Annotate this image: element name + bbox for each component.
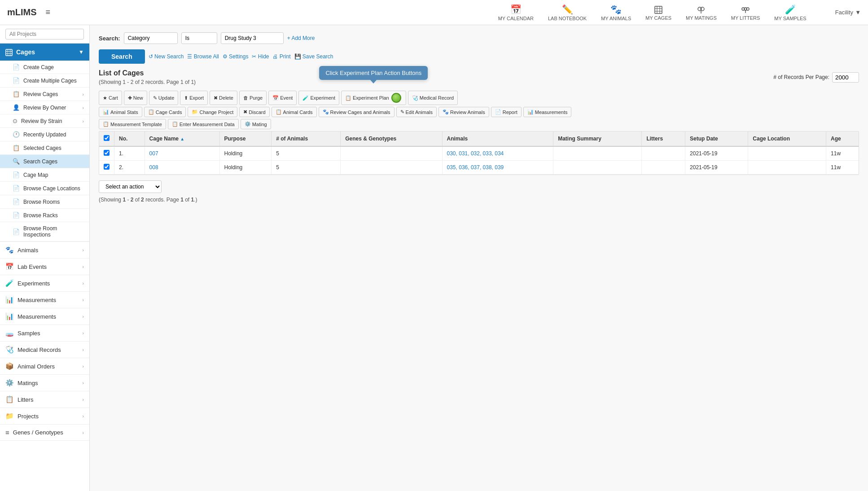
- cage-cards-icon: 📋: [148, 109, 154, 115]
- facility-button[interactable]: Facility ▼: [835, 9, 861, 16]
- action-btn-export[interactable]: ⬆ Export: [180, 91, 208, 105]
- action-btn-new[interactable]: ✚ New: [124, 91, 147, 105]
- menu-icon[interactable]: ≡: [46, 8, 51, 17]
- experiment-plan-icon: 📋: [345, 95, 351, 101]
- list-title: List of Cages: [99, 69, 196, 77]
- sidebar-item-review-by-owner[interactable]: 👤 Review By Owner ›: [0, 101, 89, 114]
- settings-button[interactable]: ⚙ Settings: [223, 53, 249, 60]
- sidebar-category-lab-events[interactable]: 📅 Lab Events ›: [0, 259, 89, 275]
- nav-my-animals[interactable]: 🐾 MY ANIMALS: [601, 4, 631, 21]
- sidebar-item-browse-room-inspections[interactable]: 📄 Browse Room Inspections: [0, 222, 89, 241]
- col-setup-date: Setup Date: [685, 132, 748, 146]
- review-cages-arrow: ›: [82, 92, 84, 97]
- nav-my-cages[interactable]: MY CAGES: [645, 4, 671, 21]
- measurements1-cat-icon: 📊: [5, 296, 14, 304]
- sidebar-item-recently-updated[interactable]: 🕐 Recently Updated: [0, 128, 89, 141]
- search-button[interactable]: Search: [99, 49, 145, 64]
- sidebar-category-litters[interactable]: 📋 Litters ›: [0, 391, 89, 408]
- search-label: Search:: [99, 35, 120, 42]
- action-btn-discard[interactable]: ✖ Discard: [239, 107, 269, 117]
- print-button[interactable]: 🖨 Print: [272, 53, 290, 60]
- sidebar-item-browse-racks[interactable]: 📄 Browse Racks: [0, 209, 89, 222]
- action-btn-purge[interactable]: 🗑 Purge: [239, 91, 267, 105]
- action-btn-experiment-plan[interactable]: 📋 Experiment Plan: [341, 91, 406, 105]
- cage-map-icon: 📄: [13, 171, 20, 178]
- sidebar-category-medical-records[interactable]: 🩺 Medical Records ›: [0, 342, 89, 358]
- search-field-is[interactable]: [181, 32, 217, 44]
- matings-icon: [697, 4, 706, 14]
- sidebar-item-browse-rooms[interactable]: 📄 Browse Rooms: [0, 195, 89, 209]
- nav-my-samples[interactable]: 🧪 MY SAMPLES: [774, 4, 806, 21]
- sidebar-item-create-cage[interactable]: 📄 Create Cage: [0, 61, 89, 74]
- row2-cage-name: 008: [145, 161, 219, 175]
- action-btn-cage-cards[interactable]: 📋 Cage Cards: [144, 107, 186, 117]
- row2-animals-link[interactable]: 035, 036, 037, 038, 039: [447, 164, 504, 171]
- event-icon: 📅: [272, 95, 279, 101]
- action-btn-report[interactable]: 📄 Report: [491, 107, 522, 117]
- nav-calendar[interactable]: 📅 MY CALENDAR: [498, 4, 534, 21]
- row1-age: 11w: [826, 146, 859, 161]
- sidebar-category-genes-genotypes[interactable]: ≡ Genes / Genotypes ›: [0, 425, 89, 441]
- action-btn-change-project[interactable]: 📁 Change Project: [188, 107, 237, 117]
- search-field-value[interactable]: [221, 32, 284, 44]
- sidebar-cages-header[interactable]: Cages ▼: [0, 44, 89, 61]
- sidebar-category-measurements1[interactable]: 📊 Measurements ›: [0, 292, 89, 308]
- action-btn-edit-animals[interactable]: ✎ Edit Animals: [396, 107, 437, 117]
- row2-cage-name-link[interactable]: 008: [149, 164, 158, 171]
- cages-table: No. Cage Name ▲ Purpose # of Animals Gen…: [99, 132, 859, 175]
- add-more-button[interactable]: + Add More: [287, 35, 315, 41]
- sidebar-category-samples[interactable]: 🧫 Samples ›: [0, 325, 89, 342]
- row1-cage-name-link[interactable]: 007: [149, 150, 158, 157]
- action-btn-review-animals[interactable]: 🐾 Review Animals: [438, 107, 489, 117]
- sidebar-item-search-cages[interactable]: 🔍 Search Cages: [0, 155, 89, 168]
- sidebar-item-create-multiple-cages[interactable]: 📄 Create Multiple Cages: [0, 74, 89, 88]
- sidebar-item-cage-map[interactable]: 📄 Cage Map: [0, 168, 89, 182]
- row1-num-animals: 5: [272, 146, 341, 161]
- sidebar-category-animal-orders[interactable]: 📦 Animal Orders ›: [0, 358, 89, 375]
- new-search-button[interactable]: ↺ New Search: [149, 53, 184, 60]
- sidebar-item-review-by-strain[interactable]: ⊙ Review By Strain ›: [0, 114, 89, 128]
- sidebar-category-projects[interactable]: 📁 Projects ›: [0, 408, 89, 425]
- row1-checkbox[interactable]: [104, 150, 110, 156]
- project-input[interactable]: [5, 29, 84, 39]
- browse-locations-icon: 📄: [13, 185, 20, 192]
- action-btn-event[interactable]: 📅 Event: [268, 91, 297, 105]
- action-btn-cart[interactable]: ★ Cart: [99, 91, 122, 105]
- col-cage-name[interactable]: Cage Name ▲: [145, 132, 219, 146]
- svg-rect-12: [6, 49, 12, 56]
- hide-button[interactable]: ✂ Hide: [252, 53, 269, 60]
- action-btn-animal-stats[interactable]: 📊 Animal Stats: [99, 107, 142, 117]
- sidebar-category-matings[interactable]: ⚙️ Matings ›: [0, 375, 89, 391]
- row2-checkbox[interactable]: [104, 164, 110, 170]
- save-search-button[interactable]: 💾 Save Search: [294, 53, 333, 60]
- select-all-checkbox[interactable]: [104, 135, 110, 141]
- nav-my-matings[interactable]: MY MATINGS: [686, 4, 717, 21]
- action-btn-animal-cards[interactable]: 📋 Animal Cards: [272, 107, 317, 117]
- action-btn-measurement-template[interactable]: 📋 Measurement Template: [99, 119, 166, 129]
- browse-all-button[interactable]: ☰ Browse All: [187, 53, 219, 60]
- sidebar-item-review-cages[interactable]: 📋 Review Cages ›: [0, 88, 89, 101]
- search-field-category[interactable]: [124, 32, 178, 44]
- nav-my-litters[interactable]: MY LITTERS: [731, 4, 760, 21]
- sidebar-category-animals[interactable]: 🐾 Animals ›: [0, 242, 89, 259]
- action-btn-review-cages-animals[interactable]: 🐾 Review Cages and Animals: [319, 107, 395, 117]
- action-btn-enter-measurement-data[interactable]: 📋 Enter Measurement Data: [168, 119, 239, 129]
- action-btn-update[interactable]: ✎ Update: [149, 91, 178, 105]
- sidebar-category-experiments[interactable]: 🧪 Experiments ›: [0, 275, 89, 292]
- action-btn-mating[interactable]: ⚙️ Mating: [241, 119, 271, 129]
- sidebar-item-selected-cages[interactable]: 📋 Selected Cages: [0, 141, 89, 155]
- projects-cat-arrow: ›: [82, 413, 84, 419]
- measurement-template-icon: 📋: [103, 121, 109, 127]
- sidebar-category-measurements2[interactable]: 📊 Measurements ›: [0, 308, 89, 325]
- select-action-dropdown[interactable]: Select an action: [99, 180, 162, 193]
- records-per-page-input[interactable]: [832, 72, 859, 83]
- records-per-page-label: # of Records Per Page:: [773, 74, 829, 80]
- action-btn-medical-record[interactable]: 🩺 Medical Record: [408, 91, 458, 105]
- sidebar-item-browse-cage-locations[interactable]: 📄 Browse Cage Locations: [0, 182, 89, 195]
- change-project-icon: 📁: [192, 109, 198, 115]
- nav-lab-notebook[interactable]: ✏️ LAB NOTEBOOK: [548, 4, 587, 21]
- action-btn-experiment[interactable]: 🧪 Experiment: [298, 91, 339, 105]
- row1-animals-link[interactable]: 030, 031, 032, 033, 034: [447, 150, 504, 157]
- action-btn-measurements[interactable]: 📊 Measurements: [523, 107, 572, 117]
- action-btn-delete[interactable]: ✖ Delete: [210, 91, 237, 105]
